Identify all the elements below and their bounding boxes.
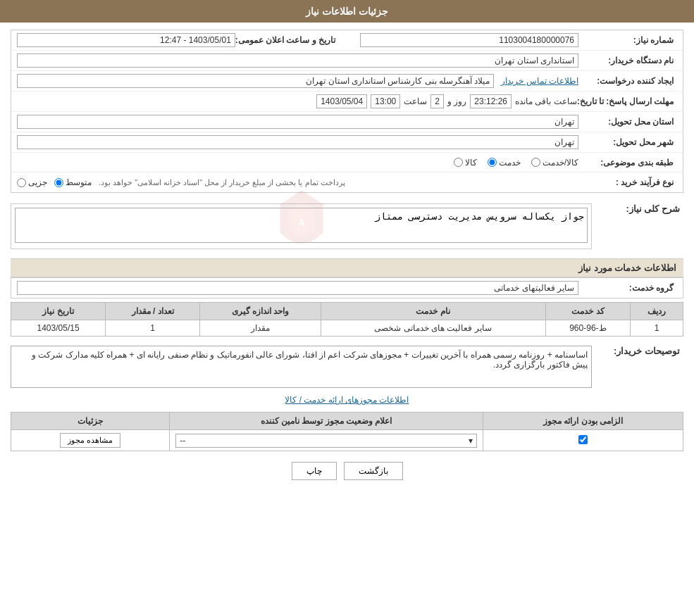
license-section-link[interactable]: اطلاعات مجوزهای ارائه خدمت / کالا bbox=[11, 391, 683, 408]
list-item: ▾ -- مشاهده مجوز bbox=[11, 430, 683, 451]
license-table: الزامی بودن ارائه مجوز اعلام وضعیت مجوز … bbox=[11, 412, 683, 451]
category-radio-3[interactable] bbox=[531, 158, 540, 167]
response-days-value: 2 bbox=[430, 94, 444, 108]
license-required-cell bbox=[483, 430, 683, 451]
need-number-value: 1103004180000076 bbox=[360, 33, 578, 47]
license-col-status: اعلام وضعیت مجوز توسط نامین کننده bbox=[170, 413, 483, 430]
col-header-code: کد خدمت bbox=[545, 303, 631, 320]
cell-code: ط-96-960 bbox=[545, 320, 631, 337]
col-header-unit: واحد اندازه گیری bbox=[200, 303, 321, 320]
services-table: ردیف کد خدمت نام خدمت واحد اندازه گیری ت… bbox=[11, 302, 683, 337]
purchase-type-label: نوع فرآیند خرید : bbox=[578, 177, 677, 187]
table-row: 1 ط-96-960 سایر فعالیت های خدماتی شخصی م… bbox=[11, 320, 683, 337]
buyer-desc-box: اساسنامه + روزنامه رسمی همراه با آخرین ت… bbox=[11, 346, 592, 388]
need-description-textarea[interactable] bbox=[15, 208, 588, 243]
license-details-cell: مشاهده مجوز bbox=[11, 430, 170, 451]
buyer-desc-text: اساسنامه + روزنامه رسمی همراه با آخرین ت… bbox=[32, 350, 588, 370]
back-button[interactable]: بازگشت bbox=[344, 462, 403, 480]
cell-qty: 1 bbox=[106, 320, 200, 337]
contact-link[interactable]: اطلاعات تماس خریدار bbox=[501, 76, 578, 86]
license-status-cell: ▾ -- bbox=[170, 430, 483, 451]
purchase-type-option-2: متوسط bbox=[54, 177, 92, 187]
category-option-3: کالا/خدمت bbox=[531, 158, 578, 168]
service-group-row: گروه خدمت: سایر فعالیتهای خدماتی bbox=[11, 277, 683, 298]
creator-label: ایجاد کننده درخواست: bbox=[578, 76, 677, 86]
purchase-radio-2[interactable] bbox=[54, 178, 63, 187]
delivery-city-label: شهر محل تحویل: bbox=[578, 137, 677, 147]
category-label: طبقه بندی موضوعی: bbox=[578, 158, 677, 168]
license-col-details: جزئیات bbox=[11, 413, 170, 430]
need-description-box: A bbox=[11, 203, 592, 249]
col-header-qty: تعداد / مقدار bbox=[106, 303, 200, 320]
license-required-checkbox[interactable] bbox=[578, 435, 588, 444]
need-description-section: شرح کلی نیاز: A bbox=[11, 200, 683, 253]
announce-datetime-value: 1403/05/01 - 12:47 bbox=[17, 33, 235, 47]
category-radio-group: کالا/خدمت خدمت کالا bbox=[454, 158, 578, 168]
need-number-label: شماره نیاز: bbox=[578, 35, 677, 45]
buyer-org-row: نام دستگاه خریدار: استانداری استان تهران bbox=[11, 51, 683, 71]
license-status-dropdown[interactable]: ▾ -- bbox=[175, 434, 477, 448]
buyer-desc-label: توصیحات خریدار: bbox=[599, 342, 683, 356]
purchase-note: پرداخت تمام یا بخشی از مبلغ خریدار از مح… bbox=[99, 178, 345, 187]
response-deadline-label: مهلت ارسال پاسخ: تا تاریخ: bbox=[577, 96, 677, 106]
print-button[interactable]: چاپ bbox=[292, 462, 337, 480]
delivery-province-row: استان محل تحویل: تهران bbox=[11, 112, 683, 132]
col-header-date: تاریخ نیاز bbox=[11, 303, 106, 320]
service-group-value: سایر فعالیتهای خدماتی bbox=[17, 281, 578, 295]
cell-row: 1 bbox=[631, 320, 683, 337]
category-row: طبقه بندی موضوعی: کالا/خدمت خدمت کالا bbox=[11, 153, 683, 172]
cell-date: 1403/05/15 bbox=[11, 320, 106, 337]
response-date-value: 1403/05/04 bbox=[316, 94, 367, 108]
view-license-button[interactable]: مشاهده مجوز bbox=[60, 433, 120, 448]
license-col-required: الزامی بودن ارائه مجوز bbox=[483, 413, 683, 430]
creator-row: ایجاد کننده درخواست: اطلاعات تماس خریدار… bbox=[11, 71, 683, 92]
response-time-value: 13:00 bbox=[371, 94, 400, 108]
delivery-city-value: تهران bbox=[17, 135, 578, 149]
buyer-org-value: استانداری استان تهران bbox=[17, 54, 578, 68]
bottom-buttons: بازگشت چاپ bbox=[11, 451, 683, 491]
response-days-label: روز و bbox=[447, 96, 466, 106]
purchase-type-row: نوع فرآیند خرید : پرداخت تمام یا بخشی از… bbox=[11, 172, 683, 192]
info-section: شماره نیاز: 1103004180000076 تاریخ و ساع… bbox=[11, 30, 683, 193]
cell-name: سایر فعالیت های خدماتی شخصی bbox=[321, 320, 545, 337]
category-option-1: کالا bbox=[454, 158, 477, 168]
page-header: جزئیات اطلاعات نیاز bbox=[0, 0, 694, 23]
delivery-province-label: استان محل تحویل: bbox=[578, 117, 677, 127]
cell-unit: مقدار bbox=[200, 320, 321, 337]
category-radio-2[interactable] bbox=[488, 158, 497, 167]
buyer-desc-section: توصیحات خریدار: اساسنامه + روزنامه رسمی … bbox=[11, 342, 683, 391]
page-title: جزئیات اطلاعات نیاز bbox=[306, 6, 388, 17]
need-description-label: شرح کلی نیاز: bbox=[599, 200, 683, 214]
response-datetime-group: ساعت باقی مانده 23:12:26 روز و 2 ساعت 13… bbox=[17, 94, 577, 108]
col-header-name: نام خدمت bbox=[321, 303, 545, 320]
page-wrapper: جزئیات اطلاعات نیاز شماره نیاز: 11030041… bbox=[0, 0, 694, 616]
delivery-province-value: تهران bbox=[17, 115, 578, 129]
service-group-label: گروه خدمت: bbox=[578, 283, 677, 293]
category-radio-1[interactable] bbox=[454, 158, 463, 167]
announce-datetime-label: تاریخ و ساعت اعلان عمومی: bbox=[235, 35, 339, 45]
need-number-row: شماره نیاز: 1103004180000076 تاریخ و ساع… bbox=[11, 30, 683, 51]
services-section-title: اطلاعات خدمات مورد نیاز bbox=[11, 258, 683, 277]
purchase-type-option-1: جزیی bbox=[17, 177, 47, 187]
category-option-2: خدمت bbox=[488, 158, 521, 168]
response-deadline-row: مهلت ارسال پاسخ: تا تاریخ: ساعت باقی مان… bbox=[11, 92, 683, 112]
creator-value: میلاد آهنگرسله بنی کارشناس استانداری است… bbox=[17, 74, 494, 88]
delivery-city-row: شهر محل تحویل: تهران bbox=[11, 132, 683, 153]
response-remaining-value: 23:12:26 bbox=[470, 94, 512, 108]
col-header-row: ردیف bbox=[631, 303, 683, 320]
buyer-org-label: نام دستگاه خریدار: bbox=[578, 56, 677, 65]
main-content: شماره نیاز: 1103004180000076 تاریخ و ساع… bbox=[0, 23, 694, 498]
purchase-radio-1[interactable] bbox=[17, 178, 26, 187]
response-remaining-label: ساعت باقی مانده bbox=[515, 96, 577, 106]
purchase-type-group: پرداخت تمام یا بخشی از مبلغ خریدار از مح… bbox=[17, 177, 578, 187]
response-time-label: ساعت bbox=[404, 96, 427, 106]
